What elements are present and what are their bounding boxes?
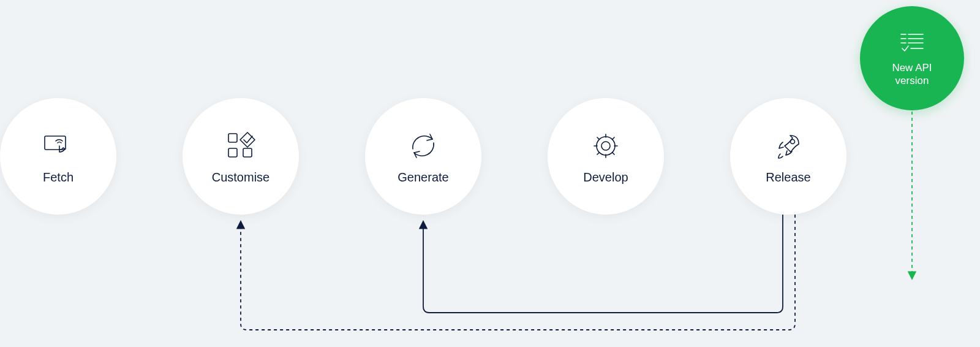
gear-icon <box>590 129 621 163</box>
arrow-release-to-customise <box>241 215 795 330</box>
step-label: Release <box>766 170 810 185</box>
modules-icon <box>225 129 257 163</box>
step-fetch: Fetch <box>0 98 116 215</box>
svg-rect-0 <box>45 136 66 150</box>
arrow-release-to-generate <box>423 215 783 313</box>
step-label: Fetch <box>43 170 74 185</box>
spec-list-icon <box>899 29 925 56</box>
step-develop: Develop <box>548 98 664 215</box>
step-generate: Generate <box>365 98 481 215</box>
svg-rect-3 <box>243 148 252 157</box>
refresh-icon <box>408 129 439 163</box>
svg-rect-2 <box>228 148 237 157</box>
svg-point-5 <box>597 137 615 155</box>
touch-screen-icon <box>41 129 75 163</box>
step-label: Customise <box>212 170 270 185</box>
svg-rect-1 <box>228 134 237 142</box>
workflow-diagram: Fetch Customise Generate <box>0 0 980 347</box>
new-api-bubble: New API version <box>860 6 964 110</box>
step-customise: Customise <box>183 98 299 215</box>
svg-point-6 <box>791 139 795 143</box>
step-label: Develop <box>583 170 628 185</box>
rocket-icon <box>773 129 804 163</box>
svg-point-4 <box>601 142 610 150</box>
step-release: Release <box>730 98 846 215</box>
new-api-label: New API version <box>892 61 932 88</box>
step-label: Generate <box>398 170 448 185</box>
